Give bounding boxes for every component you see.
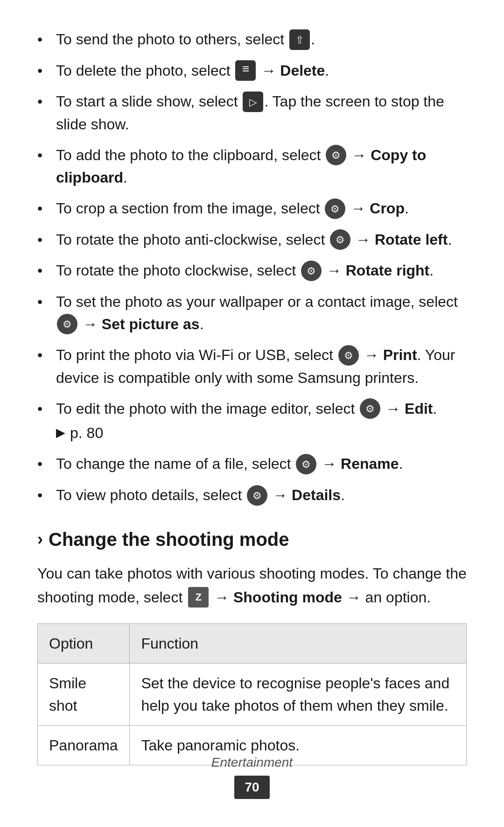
bullet-rename: To change the name of a file, select → R… (37, 452, 467, 475)
section-desc-2: → an option. (346, 589, 431, 606)
bullet-rotate-right: To rotate the photo clockwise, select → … (37, 259, 467, 282)
share-icon (289, 29, 310, 50)
edit-bold: Edit (405, 400, 433, 417)
bullet-edit: To edit the photo with the image editor,… (37, 397, 467, 445)
table-header-option: Option (38, 623, 130, 663)
rotate-left-bold: Rotate left (375, 231, 448, 248)
rotate-right-bold: Rotate right (346, 262, 430, 279)
bullet-details: To view photo details, select → Details. (37, 484, 467, 507)
shooting-mode-bold: Shooting mode (233, 589, 342, 606)
bullet-slideshow: To start a slide show, select . Tap the … (37, 90, 467, 135)
options-icon-set-picture (57, 314, 77, 334)
section-desc-arrow: → (214, 589, 233, 606)
options-icon-rename (296, 454, 316, 474)
page-footer: Entertainment 70 (0, 753, 504, 799)
sub-bullet-arrow: ▶ (56, 424, 65, 442)
options-icon-print (338, 345, 359, 366)
bullet-set-picture: To set the photo as your wallpaper or a … (37, 290, 467, 336)
options-icon-edit (360, 398, 380, 419)
bullet-edit-text: To edit the photo with the image editor,… (56, 400, 355, 417)
bullet-send: To send the photo to others, select . (37, 28, 467, 51)
table-header-function: Function (130, 623, 467, 663)
delete-bold: Delete (280, 62, 325, 79)
table-cell-smile-shot-option: Smile shot (38, 663, 130, 725)
bullet-print: To print the photo via Wi-Fi or USB, sel… (37, 344, 467, 389)
bullet-rotate-left-text: To rotate the photo anti-clockwise, sele… (56, 231, 325, 248)
slideshow-icon (243, 92, 263, 112)
section-title: Change the shooting mode (49, 525, 289, 553)
bullet-rename-text: To change the name of a file, select (56, 455, 291, 472)
section-description: You can take photos with various shootin… (37, 562, 467, 609)
bullet-clipboard-text: To add the photo to the clipboard, selec… (56, 147, 321, 163)
rename-bold: Rename (341, 455, 399, 472)
chevron-icon: › (37, 527, 43, 552)
set-picture-bold: Set picture as (102, 316, 200, 332)
bullet-list: To send the photo to others, select . To… (37, 28, 467, 507)
mode-icon (188, 587, 209, 608)
options-icon-crop (325, 198, 345, 219)
details-bold: Details (292, 487, 341, 503)
bullet-crop: To crop a section from the image, select… (37, 197, 467, 220)
footer-label: Entertainment (0, 753, 504, 772)
table-header-row: Option Function (38, 623, 467, 663)
sub-ref-text: p. 80 (70, 422, 103, 444)
bullet-rotate-right-text: To rotate the photo clockwise, select (56, 262, 296, 279)
table-row: Smile shot Set the device to recognise p… (38, 663, 467, 725)
print-bold: Print (383, 346, 417, 363)
bullet-delete: To delete the photo, select → Delete. (37, 59, 467, 82)
bullet-delete-text: To delete the photo, select (56, 62, 231, 79)
table-cell-smile-shot-function: Set the device to recognise people's fac… (130, 663, 467, 725)
bullet-print-text: To print the photo via Wi-Fi or USB, sel… (56, 346, 333, 363)
options-icon-clipboard (326, 145, 346, 165)
bullet-send-text: To send the photo to others, select (56, 31, 284, 48)
options-icon-rotate-left (330, 229, 350, 250)
footer-page-number: 70 (234, 776, 269, 799)
shooting-mode-table: Option Function Smile shot Set the devic… (37, 623, 467, 765)
bullet-rotate-left: To rotate the photo anti-clockwise, sele… (37, 228, 467, 251)
bullet-clipboard: To add the photo to the clipboard, selec… (37, 144, 467, 189)
bullet-details-text: To view photo details, select (56, 487, 242, 503)
options-icon-details (247, 485, 267, 506)
bullet-crop-text: To crop a section from the image, select (56, 200, 320, 217)
edit-sub-ref: ▶ p. 80 (56, 422, 467, 444)
bullet-slideshow-text: To start a slide show, select (56, 93, 238, 110)
menu-icon-delete (235, 60, 256, 81)
crop-bold: Crop (370, 200, 405, 217)
bullet-set-picture-text: To set the photo as your wallpaper or a … (56, 293, 458, 310)
options-icon-rotate-right (301, 261, 322, 281)
section-heading: › Change the shooting mode (37, 525, 467, 553)
